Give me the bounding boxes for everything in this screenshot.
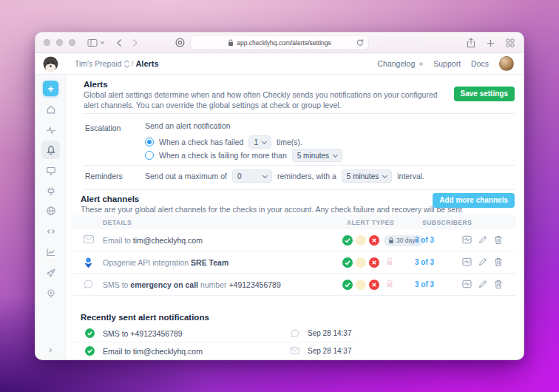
account-switcher[interactable]: Tim's Prepaid (75, 59, 129, 68)
address-bar[interactable]: app.checklyhq.com/alerts/settings (191, 36, 368, 50)
col-details: DETAILS (103, 219, 132, 226)
alert-type-degraded-icon[interactable] (356, 235, 366, 246)
user-avatar[interactable] (499, 56, 514, 71)
reminders-text3: interval. (397, 172, 424, 180)
channels-table-header: DETAILS ALERT TYPES SUBSCRIBERS (72, 215, 516, 229)
sms-bubble-icon (291, 329, 299, 339)
failed-count-select[interactable]: 1 (248, 135, 271, 149)
failing-duration-select[interactable]: 5 minutes (292, 149, 342, 162)
col-alert-types: ALERT TYPES (347, 219, 394, 226)
traffic-lights (44, 39, 75, 46)
sidebar-private-location-icon[interactable] (41, 284, 60, 303)
browser-toolbar: app.checklyhq.com/alerts/settings (35, 33, 524, 53)
support-link[interactable]: Support (433, 59, 461, 68)
ssl-lock-disabled-icon (386, 257, 393, 268)
reminders-interval-select[interactable]: 5 minutes (342, 169, 392, 183)
zoom-window-button[interactable] (69, 39, 75, 46)
minimize-window-button[interactable] (56, 39, 63, 46)
lock-icon (388, 237, 394, 244)
subscribers-link[interactable]: 3 of 3 (415, 280, 434, 288)
alerts-section-title: Alerts (84, 80, 108, 89)
failing-prefix-text: When a check is failing for more than (159, 151, 287, 160)
new-tab-button[interactable] (487, 39, 495, 47)
alerts-section-description: Global alert settings determine when and… (84, 90, 447, 110)
close-window-button[interactable] (44, 39, 50, 46)
delete-trash-icon[interactable] (494, 280, 503, 289)
send-test-alert-icon[interactable] (462, 257, 472, 267)
reminders-label: Reminders (85, 172, 123, 180)
changelog-badge (419, 62, 423, 66)
alert-type-degraded-icon[interactable] (356, 257, 366, 268)
save-settings-button[interactable]: Save settings (454, 87, 515, 101)
lock-icon (228, 39, 234, 47)
checkly-logo[interactable] (43, 56, 58, 72)
edit-pencil-icon[interactable] (478, 235, 487, 245)
forward-button[interactable] (132, 38, 138, 47)
edit-pencil-icon[interactable] (478, 257, 487, 267)
ssl-lock-disabled-icon (386, 280, 393, 290)
recent-notifications-title: Recently sent alert notifications (81, 313, 209, 322)
reminders-text1: Send out a maximum of (145, 172, 227, 180)
tab-overview-button[interactable] (506, 38, 515, 47)
sidebar-globe-icon[interactable] (41, 201, 60, 220)
url-text: app.checklyhq.com/alerts/settings (237, 39, 331, 47)
delete-trash-icon[interactable] (494, 235, 503, 245)
alert-type-recovery-icon[interactable] (369, 280, 379, 290)
sidebar-chevron-icon[interactable] (100, 41, 105, 44)
alert-type-failure-icon[interactable] (342, 280, 353, 290)
alert-type-recovery-icon[interactable] (369, 257, 379, 268)
subscribers-link[interactable]: 3 of 3 (415, 236, 434, 244)
sidebar-expand-chevron[interactable]: › (35, 345, 66, 355)
extension-blocker-icon[interactable] (175, 38, 185, 47)
create-check-plus-button[interactable]: + (43, 81, 58, 96)
success-check-icon (85, 328, 95, 338)
escalation-option-failing: When a check is failing for more than 5 … (145, 149, 342, 162)
reminders-row: Send out a maximum of 0 reminders, with … (145, 169, 424, 183)
sidebar-toggle-icon[interactable] (87, 38, 98, 47)
add-more-channels-button[interactable]: Add more channels (433, 193, 515, 208)
back-button[interactable] (116, 38, 122, 47)
sidebar-rocket-icon[interactable] (41, 263, 60, 282)
recent-notifications-list: SMS to +49123456789 Sep 28 14:37 Email t… (72, 325, 356, 360)
radio-check-failed[interactable] (145, 138, 154, 146)
reminders-max-select[interactable]: 0 (232, 169, 272, 183)
failed-prefix-text: When a check has failed (159, 138, 243, 146)
recent-row: SMS to +49123456789 Sep 28 14:37 (72, 325, 356, 342)
radio-check-failing[interactable] (145, 151, 154, 160)
alert-type-degraded-icon[interactable] (356, 280, 366, 290)
sidebar-dashboards-icon[interactable] (41, 161, 60, 180)
app-sidebar: + (35, 75, 66, 359)
alert-type-failure-icon[interactable] (342, 257, 353, 268)
sidebar-code-icon[interactable] (41, 222, 60, 240)
sms-bubble-icon (84, 280, 93, 291)
changelog-link[interactable]: Changelog (377, 59, 415, 68)
page-title: Alerts (135, 59, 158, 68)
sidebar-checks-pulse-icon[interactable] (41, 121, 60, 139)
alert-type-failure-icon[interactable] (342, 235, 353, 246)
channel-row-opsgenie: Opsgenie API integration SRE Team 3 of 3 (72, 251, 516, 274)
channel-row-email: Email to tim@checklyhq.com 30 days 3 of … (72, 229, 516, 251)
alert-type-recovery-icon[interactable] (369, 235, 379, 246)
col-subscribers: SUBSCRIBERS (422, 219, 472, 226)
sidebar-analytics-icon[interactable] (41, 243, 60, 261)
channels-table: Email to tim@checklyhq.com 30 days 3 of … (72, 229, 516, 296)
send-test-alert-icon[interactable] (462, 235, 472, 245)
email-envelope-icon (291, 347, 299, 356)
sidebar-home-icon[interactable] (41, 100, 60, 118)
edit-pencil-icon[interactable] (478, 280, 487, 289)
sidebar-alerts-bell-icon[interactable] (41, 141, 60, 159)
reminders-text2: reminders, with a (277, 172, 336, 180)
share-button[interactable] (467, 38, 475, 48)
divider (84, 113, 515, 114)
subscribers-link[interactable]: 3 of 3 (415, 258, 434, 266)
reload-button[interactable] (356, 38, 364, 47)
desktop-wallpaper: app.checklyhq.com/alerts/settings (0, 0, 559, 392)
send-test-alert-icon[interactable] (462, 280, 472, 289)
failed-suffix-text: time(s). (277, 138, 302, 146)
notification-timestamp: Sep 28 14:37 (308, 347, 352, 355)
delete-trash-icon[interactable] (494, 257, 503, 267)
email-envelope-icon (84, 235, 94, 245)
docs-link[interactable]: Docs (471, 59, 489, 68)
breadcrumb-separator: / (131, 59, 133, 68)
sidebar-status-pages-icon[interactable] (41, 182, 60, 200)
